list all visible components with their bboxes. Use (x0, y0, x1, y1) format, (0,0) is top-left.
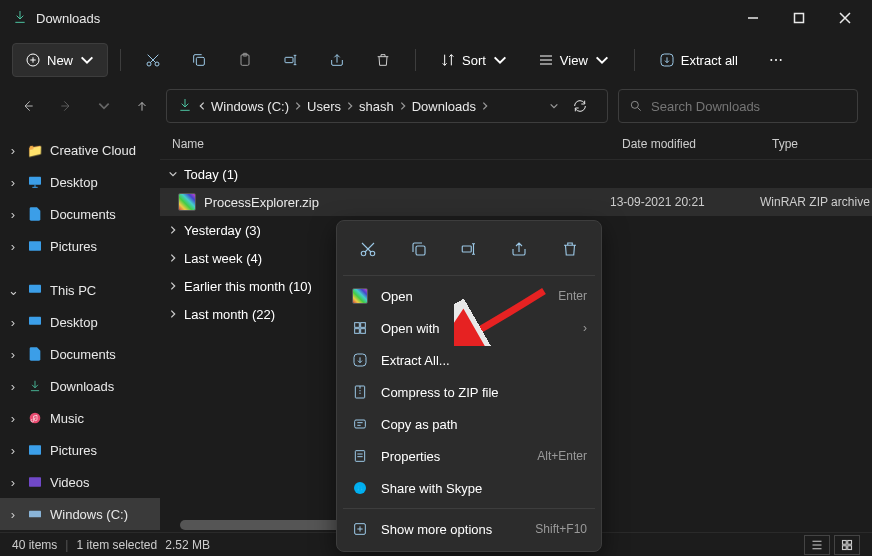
ctx-rename-button[interactable] (449, 231, 489, 267)
chevron-down-icon[interactable]: ⌄ (6, 283, 20, 298)
more-button[interactable] (756, 43, 796, 77)
svg-rect-14 (29, 285, 41, 293)
delete-button[interactable] (363, 43, 403, 77)
sidebar-label: Videos (50, 475, 90, 490)
refresh-button[interactable] (563, 98, 597, 114)
recent-button[interactable] (90, 92, 118, 120)
sidebar-item-windows-c[interactable]: ›Windows (C:) (0, 498, 160, 530)
ctx-delete-button[interactable] (550, 231, 590, 267)
search-icon (629, 99, 643, 113)
column-date[interactable]: Date modified (610, 137, 760, 151)
up-button[interactable] (128, 92, 156, 120)
ctx-cut-button[interactable] (348, 231, 388, 267)
ctx-hint: Enter (558, 289, 587, 303)
ctx-more-options[interactable]: Show more optionsShift+F10 (343, 513, 595, 545)
sidebar-item-documents[interactable]: ›Documents (0, 198, 160, 230)
sidebar-label: Desktop (50, 175, 98, 190)
search-box[interactable] (618, 89, 858, 123)
sidebar-label: Documents (50, 347, 116, 362)
column-name[interactable]: Name (160, 137, 610, 151)
details-view-button[interactable] (804, 535, 830, 555)
search-input[interactable] (651, 99, 847, 114)
svg-point-9 (775, 59, 777, 61)
svg-rect-4 (196, 57, 204, 65)
ctx-open-with[interactable]: Open with› (343, 312, 595, 344)
sidebar-label: Documents (50, 207, 116, 222)
view-button[interactable]: View (526, 43, 622, 77)
copy-button[interactable] (179, 43, 219, 77)
breadcrumb-item[interactable]: Users (307, 99, 341, 114)
sidebar: ›📁Creative Cloud ›Desktop ›Documents ›Pi… (0, 128, 160, 536)
sidebar-item-desktop[interactable]: ›Desktop (0, 166, 160, 198)
rename-button[interactable] (271, 43, 311, 77)
chevron-right-icon (168, 281, 178, 291)
chevron-right-icon: › (583, 321, 587, 335)
svg-rect-19 (29, 511, 41, 518)
downloads-icon (177, 97, 193, 116)
context-menu: OpenEnter Open with› Extract All... Comp… (336, 220, 602, 552)
group-today[interactable]: Today (1) (160, 160, 872, 188)
new-button[interactable]: New (12, 43, 108, 77)
sidebar-item-pictures[interactable]: ›Pictures (0, 230, 160, 262)
paste-button[interactable] (225, 43, 265, 77)
zip-icon (178, 193, 196, 211)
view-label: View (560, 53, 588, 68)
svg-rect-33 (355, 420, 366, 428)
sidebar-item-pictures[interactable]: ›Pictures (0, 434, 160, 466)
chevron-right-icon (293, 101, 303, 111)
chevron-down-icon[interactable] (549, 101, 559, 111)
file-row[interactable]: ProcessExplorer.zip 13-09-2021 20:21 Win… (160, 188, 872, 216)
breadcrumb-item[interactable]: Downloads (412, 99, 476, 114)
extract-all-button[interactable]: Extract all (647, 43, 750, 77)
ctx-share-button[interactable] (499, 231, 539, 267)
toolbar-divider (120, 49, 121, 71)
forward-button[interactable] (52, 92, 80, 120)
svg-rect-21 (848, 540, 852, 544)
window-title: Downloads (36, 11, 730, 26)
ctx-label: Properties (381, 449, 525, 464)
svg-point-8 (770, 59, 772, 61)
sidebar-label: Creative Cloud (50, 143, 136, 158)
ctx-properties[interactable]: PropertiesAlt+Enter (343, 440, 595, 472)
ctx-copy-path[interactable]: Copy as path (343, 408, 595, 440)
ctx-label: Compress to ZIP file (381, 385, 587, 400)
maximize-button[interactable] (776, 0, 822, 36)
sidebar-label: Pictures (50, 239, 97, 254)
group-label: Earlier this month (10) (184, 279, 312, 294)
chevron-down-icon (168, 169, 178, 179)
icons-view-button[interactable] (834, 535, 860, 555)
sort-label: Sort (462, 53, 486, 68)
svg-point-10 (780, 59, 782, 61)
toolbar-divider (634, 49, 635, 71)
breadcrumb-item[interactable]: shash (359, 99, 394, 114)
minimize-button[interactable] (730, 0, 776, 36)
chevron-left-icon (197, 101, 207, 111)
file-type: WinRAR ZIP archive (760, 195, 872, 209)
chevron-right-icon (168, 253, 178, 263)
close-button[interactable] (822, 0, 868, 36)
breadcrumb-item[interactable]: Windows (C:) (211, 99, 289, 114)
breadcrumb-box[interactable]: Windows (C:) Users shash Downloads (166, 89, 608, 123)
column-type[interactable]: Type (760, 137, 872, 151)
sort-button[interactable]: Sort (428, 43, 520, 77)
cut-button[interactable] (133, 43, 173, 77)
sidebar-item-documents[interactable]: ›Documents (0, 338, 160, 370)
sidebar-item-thispc[interactable]: ⌄This PC (0, 274, 160, 306)
address-bar: Windows (C:) Users shash Downloads (0, 84, 872, 128)
ctx-copy-button[interactable] (399, 231, 439, 267)
ctx-compress[interactable]: Compress to ZIP file (343, 376, 595, 408)
ctx-extract-all[interactable]: Extract All... (343, 344, 595, 376)
chevron-right-icon (345, 101, 355, 111)
sidebar-item-music[interactable]: ›Music (0, 402, 160, 434)
share-button[interactable] (317, 43, 357, 77)
sidebar-item-downloads[interactable]: ›Downloads (0, 370, 160, 402)
svg-rect-22 (843, 545, 847, 549)
sidebar-item-creative-cloud[interactable]: ›📁Creative Cloud (0, 134, 160, 166)
sidebar-item-desktop[interactable]: ›Desktop (0, 306, 160, 338)
ctx-share-skype[interactable]: SShare with Skype (343, 472, 595, 504)
ctx-label: Copy as path (381, 417, 587, 432)
back-button[interactable] (14, 92, 42, 120)
ctx-open[interactable]: OpenEnter (343, 280, 595, 312)
sidebar-item-videos[interactable]: ›Videos (0, 466, 160, 498)
svg-rect-15 (29, 317, 41, 325)
